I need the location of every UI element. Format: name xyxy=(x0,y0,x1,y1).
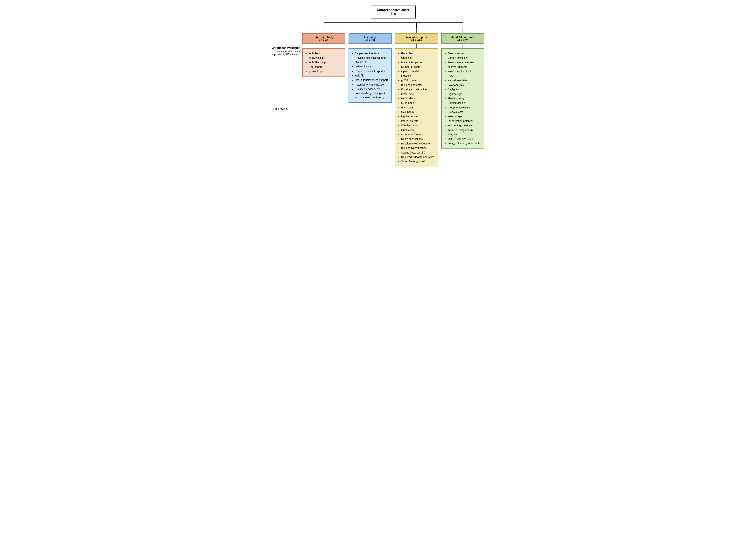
columns-container: Interoperability c1 = x/5 With Revit Wit… xyxy=(302,28,484,167)
list-item: Relation to ext. exposure xyxy=(401,142,435,146)
interop-subcriteria-box: With Revit With Archicad With SketchUp D… xyxy=(302,49,345,77)
list-item: Plant data xyxy=(401,106,435,110)
usability-vline-mid xyxy=(370,44,370,49)
list-item: Occupancy xyxy=(401,110,435,114)
list-item: Weather data xyxy=(401,123,435,127)
list-item: User tutorials/ online support xyxy=(355,78,388,82)
list-item: Provides extensive weather/ climate file xyxy=(355,56,388,64)
top-vline xyxy=(393,19,394,22)
list-item: Required indoor temperature xyxy=(401,155,435,159)
list-item: With Revit xyxy=(309,51,342,55)
list-item: Location xyxy=(401,74,435,78)
inputs-vline-mid xyxy=(416,44,416,49)
list-item: Solar analysis xyxy=(447,83,481,87)
list-item: Setting (local terrain) xyxy=(401,151,435,155)
list-item: Thermal analysis xyxy=(447,65,481,69)
outputs-title: Available outputs xyxy=(445,35,481,39)
list-item: Number of rooms xyxy=(401,133,435,137)
interop-vline-mid xyxy=(324,44,324,49)
list-item: With Archicad xyxy=(309,56,342,60)
inputs-header: Available inputs c3 = x/25 xyxy=(395,33,438,44)
criteria-sublabel: (x = number of sub-criteria supported by… xyxy=(272,50,302,56)
outputs-list: Energy usage Carbon emissions Resource m… xyxy=(444,51,481,145)
outputs-vline-top xyxy=(463,28,463,33)
outputs-vline-mid xyxy=(463,44,463,49)
list-item: Help file xyxy=(355,74,388,78)
interop-header: Interoperability c1 = x/5 xyxy=(302,33,345,44)
outputs-score: c4 = x/20 xyxy=(445,39,481,41)
list-item: Interior objects xyxy=(401,119,435,123)
list-item: Building geometry xyxy=(401,83,435,87)
top-node-title: Comprehensive score xyxy=(377,8,410,12)
list-item: Right-to-light xyxy=(447,92,481,96)
usability-header: Usability c2 = x/8 xyxy=(349,33,391,44)
list-item: Number of floors xyxy=(401,65,435,69)
list-item: Natural ventilation xyxy=(447,78,481,82)
list-item: Floor plan xyxy=(401,51,435,55)
list-item: Heating/cooling load xyxy=(447,69,481,74)
outputs-subcriteria-box: Energy usage Carbon emissions Resource m… xyxy=(441,49,484,149)
column-outputs: Available outputs c4 = x/20 Energy usage… xyxy=(441,28,484,167)
list-item: Envelope construction xyxy=(401,87,435,91)
left-panel: Criteria for evaluation (x = number of s… xyxy=(272,5,302,167)
list-item: HVAC sizing xyxy=(401,96,435,100)
criteria-label-block: Criteria for evaluation (x = number of s… xyxy=(272,46,302,56)
inputs-score: c3 = x/25 xyxy=(398,39,435,41)
list-item: Provides feedback for potential design c… xyxy=(355,87,388,99)
interop-vline-top xyxy=(324,28,324,33)
list-item: Resource management xyxy=(447,60,481,64)
list-item: Room connections xyxy=(401,137,435,141)
list-item: gbXML import xyxy=(309,69,342,74)
list-item: DXF Import xyxy=(309,65,342,69)
usability-title: Usability xyxy=(352,35,388,39)
list-item: Potential for customization xyxy=(355,83,388,87)
usability-list: Simple user interface Provides extensive… xyxy=(351,51,388,99)
inputs-title: Available inputs xyxy=(398,35,435,39)
comprehensive-score-node: Comprehensive score Σ c xyxy=(371,5,416,19)
connector-svg xyxy=(302,22,484,28)
list-item: Material Properties xyxy=(401,60,435,64)
list-item: Energy usage xyxy=(447,51,481,55)
column-inputs: Available inputs c3 = x/25 Floor plan Op… xyxy=(395,28,438,167)
list-item: Type of energy used xyxy=(401,159,435,164)
interop-score: c1 = x/5 xyxy=(306,39,342,41)
list-item: Whole building energy analysis xyxy=(447,128,481,136)
interop-list: With Revit With Archicad With SketchUp D… xyxy=(305,51,342,74)
usability-vline-top xyxy=(370,28,370,33)
usability-subcriteria-box: Simple user interface Provides extensive… xyxy=(349,49,391,103)
list-item: With SketchUp xyxy=(309,60,342,64)
list-item: Lighting system xyxy=(401,114,435,118)
list-item: Wind energy potential xyxy=(447,123,481,127)
list-item: Simple user interface xyxy=(355,51,388,55)
list-item: OpenGL model xyxy=(401,69,435,74)
interop-title: Interoperability xyxy=(306,35,342,39)
list-item: Daylighting xyxy=(447,87,481,91)
inputs-list: Floor plan Openings Material Properties … xyxy=(398,51,435,164)
list-item: Building type/ function xyxy=(401,146,435,150)
list-item: Orientation xyxy=(401,128,435,132)
column-interop: Interoperability c1 = x/5 With Revit Wit… xyxy=(302,28,345,167)
list-item: MEP model xyxy=(401,101,435,105)
list-item: Default libraries xyxy=(355,64,388,68)
list-item: Lighting design xyxy=(447,101,481,105)
list-item: HVAC xyxy=(447,74,481,78)
list-item: Lifecycle assessment xyxy=(447,106,481,110)
list-item: PV collection potential xyxy=(447,119,481,123)
list-item: Water usage xyxy=(447,114,481,118)
list-item: Carbon emissions xyxy=(447,56,481,60)
list-item: Shading design xyxy=(447,96,481,100)
top-node-sigma: Σ c xyxy=(377,12,410,16)
list-item: Lifecycle cost xyxy=(447,110,481,114)
list-item: LEED integration tools xyxy=(447,137,481,141)
diagram-panel: Comprehensive score Σ c Interoperability xyxy=(302,5,484,167)
list-item: Energy Star integration tools xyxy=(447,141,481,145)
list-item: Requires minimal expertise xyxy=(355,69,388,73)
inputs-vline-top xyxy=(416,28,416,33)
usability-score: c2 = x/8 xyxy=(352,39,388,41)
inputs-subcriteria-box: Floor plan Openings Material Properties … xyxy=(395,49,438,167)
subcriteria-label: Sub-criteria xyxy=(272,107,302,111)
list-item: HVAC type xyxy=(401,92,435,96)
criteria-label: Criteria for evaluation xyxy=(272,46,302,49)
column-usability: Usability c2 = x/8 Simple user interface… xyxy=(349,28,391,167)
list-item: gbXML model xyxy=(401,78,435,82)
